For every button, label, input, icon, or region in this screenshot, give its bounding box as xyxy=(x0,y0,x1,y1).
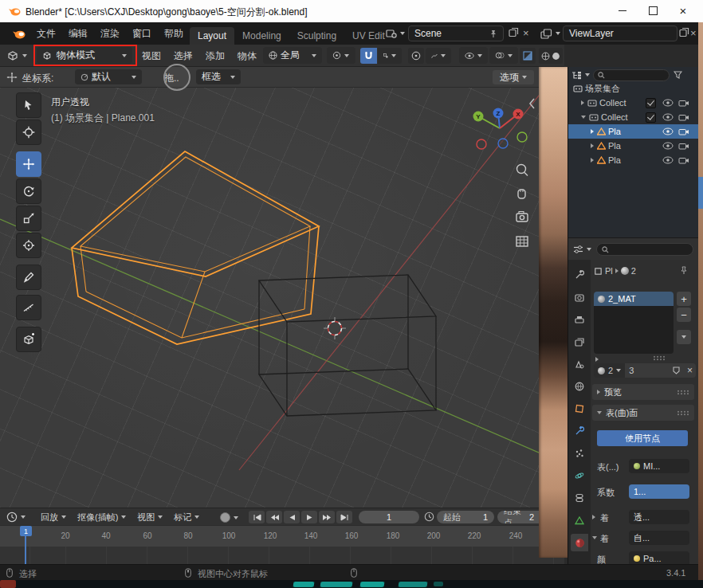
tab-view-layer[interactable] xyxy=(571,333,588,351)
tab-tool[interactable] xyxy=(571,266,588,284)
tool-select-box[interactable] xyxy=(16,92,41,118)
frame-start-field[interactable]: 起始 1 xyxy=(437,511,494,523)
tab-object[interactable] xyxy=(571,400,588,417)
properties-search-input[interactable] xyxy=(596,243,693,256)
snap-settings-dropdown[interactable] xyxy=(378,48,402,64)
box-select-mode-dropdown[interactable]: 框选 xyxy=(196,69,241,84)
viewlayer-copy-button[interactable] xyxy=(679,27,689,37)
tool-measure[interactable] xyxy=(16,295,41,320)
tool-add-cube[interactable] xyxy=(16,327,41,352)
pin-icon[interactable] xyxy=(489,29,497,38)
use-nodes-button[interactable]: 使用节点 xyxy=(597,430,688,446)
properties-editor-type-button[interactable] xyxy=(573,245,591,254)
unlink-material-button[interactable]: × xyxy=(684,363,696,378)
surface-section-header[interactable]: 表(曲)面 xyxy=(592,405,694,421)
black-wireframe-object[interactable] xyxy=(259,275,436,416)
shader2-dropdown[interactable]: 自... xyxy=(629,531,689,545)
tab-render[interactable] xyxy=(571,288,588,306)
maximize-button[interactable] xyxy=(638,0,668,22)
pan-hand-button[interactable] xyxy=(518,190,525,198)
overlays-dropdown[interactable] xyxy=(489,47,518,64)
material-name-field[interactable]: 3 xyxy=(625,363,684,378)
ortho-grid-button[interactable] xyxy=(516,237,528,246)
slot-list-expand-icon[interactable] xyxy=(595,357,599,362)
surface-shader-dropdown[interactable]: MI... xyxy=(629,459,689,473)
outliner-row-collection-1[interactable]: Collect xyxy=(568,96,699,110)
material-slot-list[interactable]: 2_MAT xyxy=(594,292,674,354)
viewlayer-remove-button[interactable]: × xyxy=(690,27,697,39)
menu-marker[interactable]: 标记 xyxy=(168,508,205,526)
workspace-tab-layout[interactable]: Layout xyxy=(190,27,234,45)
collection-exclude-checkbox[interactable] xyxy=(646,98,656,108)
expand-icon[interactable] xyxy=(581,100,584,105)
jump-to-end-button[interactable] xyxy=(336,511,352,523)
camera-view-button[interactable] xyxy=(516,212,528,222)
pin-icon[interactable] xyxy=(680,266,688,275)
tool-rotate[interactable] xyxy=(16,178,41,204)
collection-exclude-checkbox[interactable] xyxy=(646,112,656,123)
tab-particles[interactable] xyxy=(571,445,588,462)
eye-icon[interactable] xyxy=(662,142,674,150)
workspace-tab-modeling[interactable]: Modeling xyxy=(234,27,289,45)
add-slot-button[interactable]: + xyxy=(677,292,691,306)
material-icon[interactable] xyxy=(621,267,629,275)
tab-physics[interactable] xyxy=(571,467,588,484)
play-button[interactable] xyxy=(301,511,317,523)
viewlayer-name-field[interactable]: ViewLayer xyxy=(563,25,677,41)
zoom-button[interactable] xyxy=(517,165,528,176)
navigation-gizmo[interactable]: Y Z X xyxy=(473,108,528,150)
falloff-dropdown[interactable] xyxy=(426,48,451,64)
outliner-search-input[interactable] xyxy=(593,69,670,81)
object-icon[interactable] xyxy=(594,267,603,276)
menu-playback[interactable]: 回放 xyxy=(35,508,72,526)
xray-toggle[interactable] xyxy=(520,48,536,64)
remove-slot-button[interactable]: − xyxy=(677,308,691,322)
tool-scale[interactable] xyxy=(16,206,41,231)
shading-mode-group[interactable] xyxy=(539,48,563,64)
menu-view[interactable]: 视图 xyxy=(135,45,167,67)
outliner-row-plane-selected[interactable]: Pla xyxy=(568,124,699,139)
jump-to-start-button[interactable] xyxy=(249,511,265,523)
play-reverse-button[interactable] xyxy=(284,511,300,523)
tool-transform[interactable] xyxy=(16,233,41,258)
snap-toggle-button[interactable] xyxy=(360,48,377,64)
menu-edit[interactable]: 编辑 xyxy=(62,22,94,45)
eye-icon[interactable] xyxy=(662,156,674,164)
shader1-dropdown[interactable]: 透... xyxy=(629,510,689,524)
camera-render-icon[interactable] xyxy=(678,99,689,107)
menu-object[interactable]: 物体 xyxy=(231,45,263,67)
tab-constraints[interactable] xyxy=(571,489,588,507)
breadcrumb-object[interactable]: Pl xyxy=(605,266,613,276)
tab-modifiers[interactable] xyxy=(571,422,588,440)
orange-wireframe-object[interactable] xyxy=(72,151,319,344)
menu-help[interactable]: 帮助 xyxy=(158,22,190,45)
collapse-icon[interactable] xyxy=(592,536,597,539)
expand-icon[interactable] xyxy=(591,129,594,134)
autokey-record-button[interactable] xyxy=(220,512,238,523)
breadcrumb-material[interactable]: 2 xyxy=(631,266,636,276)
editor-type-button[interactable] xyxy=(6,47,27,65)
scene-unlink-button[interactable]: × xyxy=(523,27,529,39)
timeline-track[interactable] xyxy=(0,547,564,564)
eye-icon[interactable] xyxy=(662,127,674,135)
menu-window[interactable]: 窗口 xyxy=(126,22,158,45)
visibility-dropdown[interactable] xyxy=(459,47,488,64)
expand-icon[interactable] xyxy=(592,515,595,519)
outliner-row-plane-2[interactable]: Pla xyxy=(568,139,699,153)
scene-selector-icon[interactable] xyxy=(386,25,405,41)
fake-user-shield-icon[interactable] xyxy=(673,367,680,374)
blender-menu-logo-icon[interactable] xyxy=(12,29,26,39)
use-preview-range-toggle[interactable] xyxy=(424,512,434,522)
menu-view-timeline[interactable]: 视图 xyxy=(132,508,168,526)
outliner-editor-type-button[interactable] xyxy=(571,71,590,80)
camera-render-icon[interactable] xyxy=(678,156,689,164)
close-button[interactable]: × xyxy=(668,0,698,22)
tab-scene[interactable] xyxy=(571,355,588,373)
slot-specials-button[interactable] xyxy=(677,330,691,344)
coord-system-dropdown[interactable]: 默认 xyxy=(75,69,142,84)
eye-icon[interactable] xyxy=(662,113,674,121)
tab-material[interactable] xyxy=(571,534,588,551)
scene-copy-button[interactable] xyxy=(509,27,519,37)
material-slot-selected[interactable]: 2_MAT xyxy=(594,292,674,306)
timeline-ruler[interactable]: 20 40 60 80 100 120 140 160 180 200 220 … xyxy=(0,525,564,547)
